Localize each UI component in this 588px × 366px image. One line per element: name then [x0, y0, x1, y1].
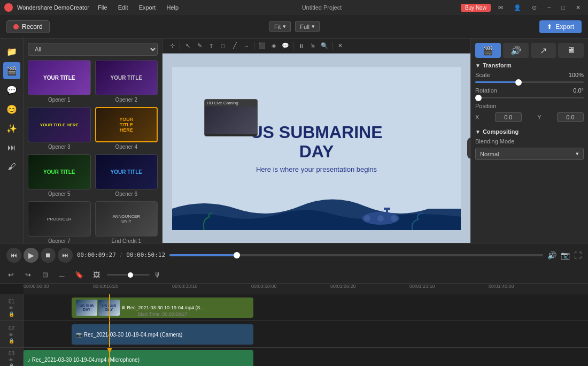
track-info-03: 03 👁 🔒 [0, 348, 24, 366]
rotation-track [475, 97, 584, 98]
sidebar-icon-transitions[interactable]: ⏭ [3, 139, 20, 156]
track-lock-02[interactable]: 🔒 [9, 338, 14, 344]
tool-sep-1 [180, 42, 180, 50]
menu-edit[interactable]: Edit [114, 3, 133, 12]
sidebar-icon-paint[interactable]: 🖌 [3, 158, 20, 176]
popup-video [205, 106, 257, 134]
y-input[interactable] [557, 112, 584, 122]
fit-select[interactable]: Fit ▾ [269, 21, 291, 32]
tool-pen[interactable]: ✎ [194, 41, 205, 51]
minimize-button[interactable]: − [544, 4, 554, 11]
compositing-section-header[interactable]: ▼ Compositing [475, 128, 584, 135]
skip-forward-button[interactable]: ⏭ [58, 248, 73, 263]
sidebar-icon-stickers[interactable]: 😊 [3, 101, 20, 118]
progress-bar[interactable] [169, 254, 543, 256]
thumbnail-button[interactable]: 🖼 [90, 269, 103, 281]
menu-help[interactable]: Help [162, 3, 183, 12]
tool-arrow[interactable]: → [241, 41, 252, 51]
stop-button[interactable]: ⏹ [41, 248, 56, 263]
tool-line[interactable]: ╱ [229, 41, 240, 51]
prop-tab-video[interactable]: 🎬 [475, 43, 501, 58]
user-icon[interactable]: 👤 [510, 4, 524, 11]
template-item[interactable]: ANNOUNCERUNIT End Credit 1 [95, 201, 158, 243]
start-time-label: Start Time: 00:00:09:27 [137, 311, 188, 317]
track-lock-01[interactable]: 🔒 [9, 311, 14, 317]
collapse-preview-button[interactable]: ‹ [467, 138, 470, 159]
template-item[interactable]: YOUR TITLE Opener 6 [95, 154, 158, 197]
screen-clip-01[interactable]: US SUBDAY US SUBDAY 🖥 Rec_2021-03-30 10-… [72, 298, 253, 318]
split-button[interactable]: ⚊ [56, 269, 68, 281]
tool-highlight[interactable]: ⬛ [257, 41, 267, 51]
zoom-track[interactable] [107, 274, 150, 276]
template-item[interactable]: YOURTITLEHERE Opener 4 [95, 107, 158, 150]
sidebar-icon-effects[interactable]: ✨ [3, 120, 20, 137]
redo-button[interactable]: ↪ [21, 269, 34, 281]
export-button[interactable]: ⬆ Export [539, 20, 582, 33]
preview-canvas: US SUBMARINE DAY Here is where your pres… [163, 54, 470, 243]
settings-icon[interactable]: ⊙ [529, 4, 540, 11]
marker-button[interactable]: 🔖 [73, 269, 86, 281]
x-label: X [475, 114, 479, 120]
audio-clip-03[interactable]: ♪ Rec_2021-03-30 10-19-04.mp4 (Microphon… [24, 350, 253, 366]
template-item[interactable]: YOUR TITLE Opener 2 [95, 60, 158, 103]
properties-tabs: 🎬 🔊 ↗ 🖥 [475, 43, 584, 58]
ruler-mark-5: 00:01:23:10 [409, 284, 435, 289]
scale-thumb[interactable] [515, 79, 522, 86]
play-button[interactable]: ▶ [24, 248, 38, 263]
transform-section-header[interactable]: ▼ Transform [475, 62, 584, 68]
progress-thumb[interactable] [234, 252, 240, 258]
undo-button[interactable]: ↩ [4, 269, 17, 281]
tool-select[interactable]: ⊹ [167, 41, 177, 51]
tool-cursor2[interactable]: 🖱 [307, 41, 318, 51]
record-button[interactable]: Record [6, 20, 50, 33]
prop-tab-motion[interactable]: ↗ [531, 43, 556, 58]
track-rows: 03 👁 🔒 ♪ Rec_2021-03-30 10-19-04.mp4 (Mi… [0, 294, 588, 366]
tool-callout[interactable]: 💬 [280, 41, 291, 51]
track-eye-01[interactable]: 👁 [9, 306, 14, 311]
category-select[interactable]: All [28, 43, 158, 56]
template-label-5: Opener 5 [28, 191, 91, 197]
template-item[interactable]: YOUR TITLE HERE Opener 3 [28, 107, 91, 150]
full-select[interactable]: Full ▾ [295, 21, 320, 32]
maximize-button[interactable]: □ [558, 4, 568, 11]
blending-mode-select[interactable]: Normal ▾ [475, 148, 584, 160]
prop-tab-audio[interactable]: 🔊 [503, 43, 529, 58]
volume-button[interactable]: 🔊 [547, 251, 556, 260]
scale-slider[interactable] [475, 81, 584, 83]
current-time: 00:00:09:27 [77, 251, 116, 258]
sidebar-icon-templates[interactable]: 🎬 [3, 62, 20, 79]
track-eye-03[interactable]: 👁 [9, 357, 14, 363]
template-item[interactable]: YOUR TITLE Opener 5 [28, 154, 91, 197]
track-eye-02[interactable]: 👁 [9, 332, 14, 338]
rotation-slider[interactable] [475, 97, 584, 98]
crop-button[interactable]: ⊡ [38, 269, 51, 281]
tool-pause[interactable]: ⏸ [296, 41, 306, 51]
prop-tab-effects[interactable]: 🖥 [558, 43, 584, 58]
tool-text[interactable]: T [206, 41, 216, 51]
skip-back-button[interactable]: ⏮ [6, 248, 21, 263]
x-input[interactable] [495, 112, 522, 122]
tool-close[interactable]: ✕ [335, 41, 345, 51]
properties-panel: 🎬 🔊 ↗ 🖥 ▼ Transform Scale 100% Rotation … [470, 39, 588, 243]
track-ctrl-01: 👁 🔒 [9, 306, 14, 317]
tool-shape[interactable]: □ [218, 41, 228, 51]
buy-now-button[interactable]: Buy Now [461, 4, 491, 12]
track-lock-03[interactable]: 🔒 [9, 363, 14, 367]
rotation-thumb[interactable] [475, 95, 482, 101]
fullscreen-button[interactable]: ⛶ [574, 251, 582, 260]
menu-export[interactable]: Export [135, 3, 160, 12]
sidebar-icon-captions[interactable]: 💬 [3, 81, 20, 98]
close-button[interactable]: ✕ [572, 4, 584, 11]
camera-button[interactable]: 📷 [561, 251, 570, 260]
sidebar-icon-folder[interactable]: 📁 [3, 43, 20, 60]
mail-icon[interactable]: ✉ [495, 4, 506, 11]
tool-zoom[interactable]: 🔍 [319, 41, 330, 51]
template-item[interactable]: PRODUCER Opener 7 [28, 201, 91, 243]
template-item[interactable]: YOUR TITLE Opener 1 [28, 60, 91, 103]
tool-blur[interactable]: ◈ [268, 41, 279, 51]
tool-cursor[interactable]: ↖ [182, 41, 193, 51]
video-clip-02[interactable]: 📷 Rec_2021-03-30 10-19-04.mp4 (Camera) [72, 324, 253, 345]
menu-file[interactable]: File [94, 3, 112, 12]
zoom-thumb[interactable] [128, 272, 133, 278]
microphone-button[interactable]: 🎙 [154, 271, 161, 279]
